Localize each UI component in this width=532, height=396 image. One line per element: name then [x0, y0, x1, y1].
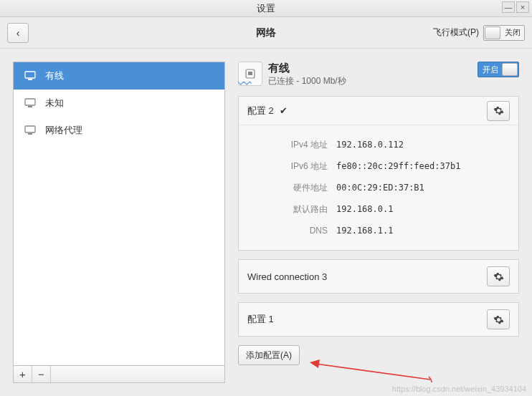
monitor-icon: [24, 71, 37, 81]
detail-row: IPv6 地址fe80::20c:29ff:feed:37b1: [250, 155, 507, 177]
airplane-switch[interactable]: 关闭: [483, 25, 525, 41]
airplane-mode: 飞行模式(P) 关闭: [433, 25, 525, 41]
main-panel: 〰 有线 已连接 - 1000 Mb/秒 开启 配置 2 ✔: [238, 62, 519, 383]
connection-switch[interactable]: 开启: [478, 62, 519, 77]
close-button[interactable]: ×: [516, 1, 529, 13]
svg-rect-1: [28, 79, 32, 80]
svg-rect-4: [25, 126, 35, 132]
profile-name: 配置 2: [247, 105, 274, 117]
detail-row: IPv4 地址192.168.0.112: [250, 134, 507, 155]
detail-row: 硬件地址00:0C:29:ED:37:B1: [250, 177, 507, 198]
connection-list: 有线 未知 网络代理: [13, 62, 225, 366]
airplane-label: 飞行模式(P): [433, 26, 479, 39]
remove-connection-button[interactable]: −: [32, 366, 51, 382]
switch-knob: [502, 63, 518, 76]
sidebar-item-label: 未知: [45, 97, 64, 110]
wired-3-settings-button[interactable]: [487, 266, 510, 286]
profile-1-settings-button[interactable]: [487, 309, 510, 329]
content: 有线 未知 网络代理 + − 〰: [0, 49, 532, 396]
wired-3-panel[interactable]: Wired connection 3: [238, 259, 519, 294]
titlebar: 设置 — ×: [0, 0, 532, 17]
profile-2-panel: 配置 2 ✔ IPv4 地址192.168.0.112 IPv6 地址fe80:…: [238, 96, 519, 251]
profile-name: Wired connection 3: [247, 271, 327, 282]
connection-header: 〰 有线 已连接 - 1000 Mb/秒 开启: [238, 62, 519, 87]
profile-name: 配置 1: [247, 313, 274, 326]
toolbar: ‹ 网络 飞行模式(P) 关闭: [0, 17, 532, 49]
profile-2-header[interactable]: 配置 2 ✔: [239, 97, 518, 125]
check-icon: ✔: [280, 105, 288, 116]
sidebar-item-proxy[interactable]: 网络代理: [14, 117, 224, 144]
svg-rect-5: [28, 133, 32, 135]
switch-on-label: 开启: [483, 64, 498, 75]
connection-title: 有线: [268, 62, 346, 75]
connection-status: 已连接 - 1000 Mb/秒: [268, 75, 346, 87]
add-connection-button[interactable]: +: [14, 366, 32, 382]
page-title: 网络: [256, 26, 276, 39]
profile-2-details: IPv4 地址192.168.0.112 IPv6 地址fe80::20c:29…: [239, 125, 518, 250]
profile-2-settings-button[interactable]: [487, 101, 510, 121]
svg-rect-2: [25, 99, 35, 105]
monitor-icon: [24, 125, 37, 135]
sidebar-item-wired[interactable]: 有线: [14, 62, 224, 90]
sidebar-item-unknown[interactable]: 未知: [14, 90, 224, 117]
add-profile-button[interactable]: 添加配置(A): [238, 345, 300, 365]
chevron-left-icon: ‹: [16, 27, 20, 39]
switch-knob: [485, 26, 500, 39]
svg-rect-0: [25, 72, 35, 78]
window-title: 设置: [257, 2, 275, 15]
sidebar-item-label: 有线: [45, 69, 64, 82]
ethernet-icon: 〰: [238, 62, 262, 86]
profile-1-panel[interactable]: 配置 1: [238, 302, 519, 337]
minimize-button[interactable]: —: [502, 1, 515, 13]
monitor-icon: [24, 98, 37, 108]
watermark: https://blog.csdn.net/weixin_43934104: [392, 385, 526, 393]
add-profile-row: 添加配置(A): [238, 345, 519, 365]
detail-row: DNS192.168.1.1: [250, 220, 507, 241]
sidebar-item-label: 网络代理: [45, 124, 82, 137]
back-button[interactable]: ‹: [7, 23, 29, 43]
switch-off-label: 关闭: [505, 27, 521, 38]
sidebar: 有线 未知 网络代理 + −: [13, 62, 225, 383]
list-toolbar: + −: [13, 366, 225, 383]
detail-row: 默认路由192.168.0.1: [250, 198, 507, 220]
svg-rect-3: [28, 106, 32, 107]
